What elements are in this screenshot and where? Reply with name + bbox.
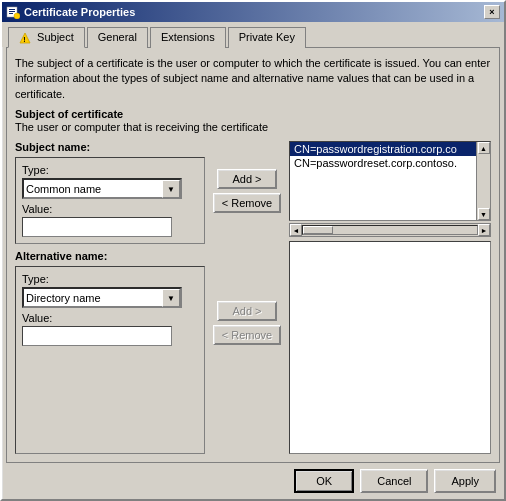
warning-icon-tab: ! [19, 32, 31, 44]
left-side: Subject name: Type: Common name Organiza… [15, 141, 205, 454]
cancel-button[interactable]: Cancel [360, 469, 428, 493]
description-text: The subject of a certificate is the user… [15, 56, 491, 102]
subject-name-group: Type: Common name Organization Organizat… [15, 157, 205, 244]
subject-type-select[interactable]: Common name Organization Organizational … [22, 178, 182, 199]
window: Certificate Properties × ! Subject Gener… [0, 0, 506, 501]
alt-buttons-area: Add > < Remove [211, 241, 283, 454]
tab-subject[interactable]: ! Subject [8, 27, 85, 48]
value-label-alt: Value: [22, 312, 198, 324]
tab-general-label: General [98, 31, 137, 43]
subject-list-items: CN=passwordregistration.corp.co CN=passw… [290, 142, 476, 220]
horiz-track [302, 225, 478, 235]
subject-remove-button[interactable]: < Remove [213, 193, 281, 213]
svg-rect-1 [9, 9, 15, 10]
alt-remove-button[interactable]: < Remove [213, 325, 281, 345]
subject-value-input[interactable] [22, 217, 172, 237]
subject-of-certificate-label: Subject of certificate [15, 108, 491, 120]
right-side: CN=passwordregistration.corp.co CN=passw… [289, 141, 491, 454]
subject-type-wrapper: Common name Organization Organizational … [22, 178, 182, 199]
title-bar-left: Certificate Properties [6, 5, 135, 19]
close-button[interactable]: × [484, 5, 500, 19]
bottom-bar: OK Cancel Apply [2, 463, 504, 499]
scrollbar-down-btn[interactable]: ▼ [478, 208, 490, 220]
subject-name-label: Subject name: [15, 141, 205, 153]
alt-name-group: Type: Directory name DNS Email IP addres… [15, 266, 205, 454]
subject-of-certificate-desc: The user or computer that is receiving t… [15, 121, 491, 133]
subject-list-container: CN=passwordregistration.corp.co CN=passw… [289, 141, 491, 221]
subject-list-item-1[interactable]: CN=passwordreset.corp.contoso. [290, 156, 476, 170]
type-label-subject: Type: [22, 164, 198, 176]
title-text: Certificate Properties [24, 6, 135, 18]
subject-horiz-scrollbar[interactable]: ◄ ► [289, 223, 491, 237]
ok-button[interactable]: OK [294, 469, 354, 493]
alt-type-select[interactable]: Directory name DNS Email IP address URI … [22, 287, 182, 308]
alt-name-label: Alternative name: [15, 250, 205, 262]
type-label-alt: Type: [22, 273, 198, 285]
alt-list-container [289, 241, 491, 454]
subject-scrollbar[interactable]: ▲ ▼ [476, 142, 490, 220]
title-bar-buttons: × [484, 5, 500, 19]
horiz-thumb[interactable] [303, 226, 333, 234]
subject-list-inner: CN=passwordregistration.corp.co CN=passw… [290, 142, 490, 220]
horiz-right-btn[interactable]: ► [478, 224, 490, 236]
alt-type-wrapper: Directory name DNS Email IP address URI … [22, 287, 182, 308]
value-label-subject: Value: [22, 203, 198, 215]
alt-add-button[interactable]: Add > [217, 301, 277, 321]
subject-add-button[interactable]: Add > [217, 169, 277, 189]
tab-extensions-label: Extensions [161, 31, 215, 43]
tab-private-key[interactable]: Private Key [228, 27, 306, 48]
tab-bar: ! Subject General Extensions Private Key [2, 22, 504, 47]
main-row: Subject name: Type: Common name Organiza… [15, 141, 491, 454]
tab-general[interactable]: General [87, 27, 148, 48]
svg-rect-2 [9, 11, 15, 12]
tab-subject-label: Subject [37, 31, 74, 43]
subject-list-item-0[interactable]: CN=passwordregistration.corp.co [290, 142, 476, 156]
alt-value-input[interactable] [22, 326, 172, 346]
svg-rect-3 [9, 13, 13, 14]
certificate-icon [6, 5, 20, 19]
tab-content: The subject of a certificate is the user… [6, 47, 500, 463]
title-bar: Certificate Properties × [2, 2, 504, 22]
svg-point-4 [14, 13, 20, 19]
apply-button[interactable]: Apply [434, 469, 496, 493]
tab-private-key-label: Private Key [239, 31, 295, 43]
subject-buttons-area: Add > < Remove [211, 141, 283, 241]
horiz-left-btn[interactable]: ◄ [290, 224, 302, 236]
scrollbar-up-btn[interactable]: ▲ [478, 142, 490, 154]
svg-text:!: ! [23, 36, 25, 43]
tab-extensions[interactable]: Extensions [150, 27, 226, 48]
middle-buttons-column: Add > < Remove Add > < Remove [211, 141, 283, 454]
